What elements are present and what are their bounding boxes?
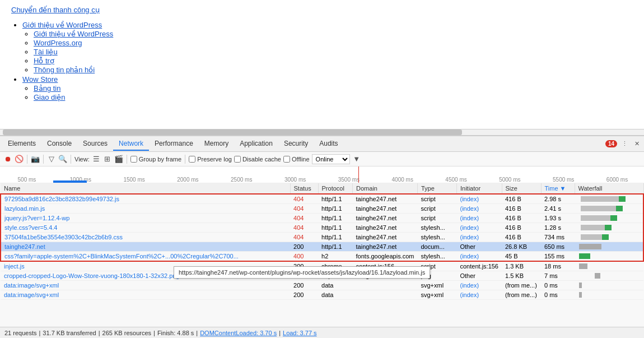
cell-domain: tainghe247.net (353, 214, 418, 223)
table-row[interactable]: style.css?ver=5.4.4404http/1.1tainghe247… (1, 223, 643, 233)
tab-memory[interactable]: Memory (199, 137, 234, 151)
cell-status: 404 (290, 214, 318, 223)
tl-6000: 6000 ms (590, 177, 644, 183)
col-header-initiator[interactable]: Initiator (457, 183, 502, 194)
cell-name: 97295ba9d816c2c3bc82832b99e49732.js (1, 194, 290, 204)
error-badge: 14 (605, 140, 617, 147)
col-header-size[interactable]: Size (502, 183, 541, 194)
tab-audits[interactable]: Audits (314, 137, 343, 151)
table-row[interactable]: lazyload.min.js404http/1.1tainghe247.net… (1, 204, 643, 214)
nav-sub-intro[interactable]: Giới thiệu về WordPress (34, 30, 113, 38)
devtools-more-icon[interactable]: ⋮ (619, 139, 630, 149)
col-header-time[interactable]: Time ▼ (541, 183, 575, 194)
cell-domain: tainghe247.net (353, 194, 418, 204)
network-toolbar: ⏺ 🚫 📷 ▽ 🔍 View: ☰ ⊞ 🎬 Group by frame Pre… (0, 152, 644, 166)
table-row[interactable]: jquery.js?ver=1.12.4-wp404http/1.1taingh… (1, 214, 643, 223)
status-domcontentloaded[interactable]: DOMContentLoaded: 3.70 s (200, 330, 277, 336)
tab-application[interactable]: Application (234, 137, 278, 151)
nav-sublist-wordpress: Giới thiệu về WordPress WordPress.org Tà… (22, 30, 633, 74)
cell-name: jquery.js?ver=1.12.4-wp (1, 214, 290, 223)
tab-performance[interactable]: Performance (149, 137, 199, 151)
offline-checkbox[interactable] (283, 156, 290, 163)
nav-item-wowstore[interactable]: Wow Store (22, 75, 58, 84)
nav-sub-wporg[interactable]: WordPress.org (34, 39, 82, 47)
table-row[interactable]: 37504fa1be5be3554e3903c42bc2b6b9.css404h… (1, 233, 643, 242)
disable-cache-checkbox[interactable] (234, 156, 241, 163)
cell-protocol: http/1.1 (318, 214, 353, 223)
table-row[interactable]: 97295ba9d816c2c3bc82832b99e49732.js404ht… (1, 194, 643, 204)
view-grid-icon[interactable]: ⊞ (103, 155, 112, 164)
cell-name: css?family=apple-system%2C+BlinkMacSyste… (1, 252, 290, 262)
online-dropdown-icon[interactable]: ▼ (352, 155, 361, 164)
cell-waterfall (575, 242, 643, 252)
table-row[interactable]: data:image/svg+xml200datasvg+xml(index)(… (1, 281, 643, 290)
disable-cache-label: Disable cache (242, 156, 281, 163)
status-load[interactable]: Load: 3.77 s (283, 330, 317, 336)
cell-time: 0 ms (541, 281, 575, 290)
preserve-log-label: Preserve log (197, 156, 232, 163)
col-header-domain[interactable]: Domain (353, 183, 418, 194)
devtools-tabbar: Elements Console Sources Network Perform… (0, 136, 644, 152)
cell-type: docum... (418, 242, 457, 252)
col-header-name[interactable]: Name (1, 183, 290, 194)
network-table-area[interactable]: Name Status Protocol Domain Type Initiat… (0, 183, 644, 327)
tl-3500: 3500 ms (322, 177, 376, 183)
page-content: Chuyển đến thanh công cụ Giới thiệu về W… (0, 0, 644, 129)
tab-sources[interactable]: Sources (77, 137, 113, 151)
cell-type: script (418, 194, 457, 204)
nav-item-wordpress[interactable]: Giới thiệu về WordPress (22, 21, 102, 29)
status-separator-4: | (196, 330, 198, 336)
cell-domain: tainghe247.net (353, 204, 418, 214)
cell-time: 2.41 s (541, 204, 575, 214)
clear-button[interactable]: 🚫 (15, 155, 24, 164)
table-row[interactable]: css?family=apple-system%2C+BlinkMacSyste… (1, 252, 643, 262)
nav-sub-docs[interactable]: Tài liệu (34, 48, 58, 56)
table-row[interactable]: data:image/svg+xml200datasvg+xml(index)(… (1, 290, 643, 300)
cell-type: stylesh... (418, 223, 457, 233)
nav-sub-support[interactable]: Hỗ trợ (34, 57, 54, 65)
cell-time: 7 ms (541, 271, 575, 281)
tab-security[interactable]: Security (278, 137, 314, 151)
nav-sublist-wow: Bảng tin Giao diện (22, 84, 633, 101)
nav-sub-ui[interactable]: Giao diện (34, 93, 65, 101)
cell-waterfall (575, 204, 643, 214)
col-header-waterfall[interactable]: Waterfall (575, 183, 643, 194)
filter-icon[interactable]: ▽ (47, 155, 56, 164)
separator-4 (127, 155, 127, 164)
view-screenshot-icon[interactable]: 🎬 (114, 155, 123, 164)
network-table-body: 97295ba9d816c2c3bc82832b99e49732.js404ht… (1, 194, 643, 300)
nav-sub-feedback[interactable]: Thông tin phản hồi (34, 66, 95, 74)
devtools-icons: 14 ⋮ ✕ (605, 139, 642, 149)
tab-console[interactable]: Console (41, 137, 77, 151)
cell-status: 404 (290, 233, 318, 242)
table-row[interactable]: tainghe247.net200http/1.1tainghe247.netd… (1, 242, 643, 252)
col-header-status[interactable]: Status (290, 183, 318, 194)
tab-network[interactable]: Network (113, 137, 149, 151)
h-scrollbar-thumb (3, 129, 462, 135)
col-header-protocol[interactable]: Protocol (318, 183, 353, 194)
view-list-icon[interactable]: ☰ (92, 155, 101, 164)
separator-5 (185, 155, 185, 164)
cell-initiator: (index) (457, 194, 502, 204)
capture-screenshot-button[interactable]: 📷 (31, 155, 40, 164)
col-header-type[interactable]: Type (418, 183, 457, 194)
separator-3 (71, 155, 71, 164)
h-scrollbar[interactable] (0, 129, 644, 136)
skip-link[interactable]: Chuyển đến thanh công cụ (11, 6, 633, 14)
online-select[interactable]: Online Offline Slow 3G Fast 3G (312, 154, 350, 164)
cell-protocol: data (318, 290, 353, 300)
group-by-frame-checkbox[interactable] (130, 156, 137, 163)
cell-waterfall (575, 271, 643, 281)
cell-protocol: http/1.1 (318, 242, 353, 252)
record-button[interactable]: ⏺ (3, 155, 12, 164)
preserve-log-checkbox[interactable] (189, 156, 195, 163)
search-icon[interactable]: 🔍 (58, 155, 67, 164)
cell-status: 200 (290, 290, 318, 300)
cell-domain: tainghe247.net (353, 233, 418, 242)
tab-elements[interactable]: Elements (2, 137, 41, 151)
nav-sub-news[interactable]: Bảng tin (34, 84, 60, 92)
cell-status: 200 (290, 281, 318, 290)
cell-waterfall (575, 233, 643, 242)
devtools-close-icon[interactable]: ✕ (632, 139, 642, 149)
cell-name: data:image/svg+xml (1, 290, 290, 300)
